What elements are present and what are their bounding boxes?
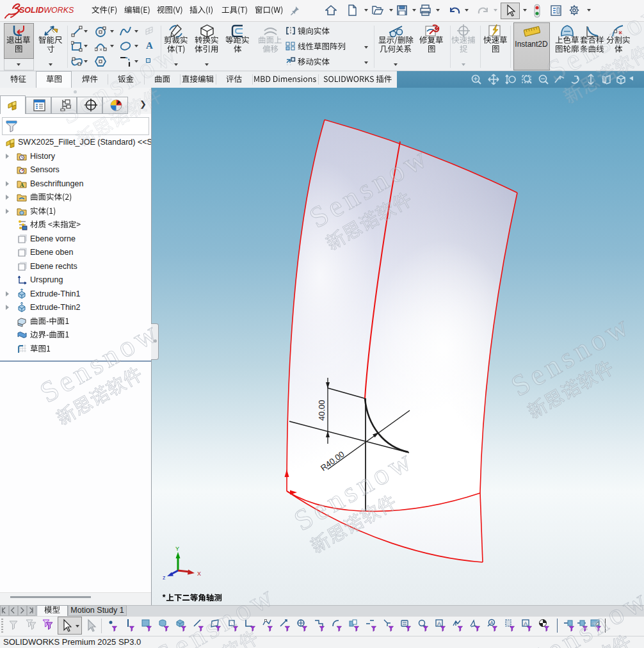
svg-text:Y: Y [175,546,179,552]
svg-text:X: X [197,571,201,577]
svg-text:A: A [20,182,24,188]
svg-text:A: A [490,620,494,626]
svg-text:40.00: 40.00 [317,400,326,421]
svg-text:z: z [163,574,166,581]
